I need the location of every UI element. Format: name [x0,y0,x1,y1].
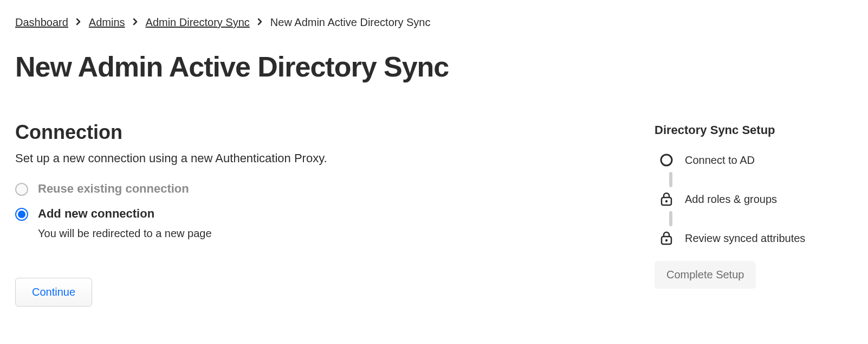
breadcrumb-current: New Admin Active Directory Sync [270,16,431,29]
step-connector [669,211,672,226]
svg-point-0 [661,155,672,165]
main-column: Connection Set up a new connection using… [15,121,622,307]
lock-icon [659,231,674,246]
section-title: Connection [15,121,622,144]
sidebar-title: Directory Sync Setup [655,123,850,137]
step-label: Review synced attributes [685,232,805,245]
radio-option-add-new[interactable]: Add new connection You will be redirecte… [15,207,622,240]
breadcrumb: Dashboard Admins Admin Directory Sync Ne… [15,16,853,29]
step-add-roles-groups: Add roles & groups [659,192,850,207]
sidebar-column: Directory Sync Setup Connect to AD Add r… [655,121,850,289]
section-description: Set up a new connection using a new Auth… [15,151,622,165]
chevron-right-icon [257,18,263,28]
breadcrumb-link-admins[interactable]: Admins [89,16,125,29]
svg-point-2 [665,200,668,202]
page-title: New Admin Active Directory Sync [15,50,853,83]
chevron-right-icon [133,18,138,28]
lock-icon [659,192,674,207]
continue-button[interactable]: Continue [15,278,92,307]
circle-icon [659,152,674,168]
radio-option-reuse[interactable]: Reuse existing connection [15,182,622,196]
radio-label-add-new: Add new connection [38,207,212,221]
radio-label-reuse: Reuse existing connection [38,182,189,196]
svg-point-4 [665,239,668,241]
step-label: Add roles & groups [685,193,777,206]
radio-sublabel-add-new: You will be redirected to a new page [38,227,212,240]
step-review-synced-attributes: Review synced attributes [659,231,850,246]
step-connector [669,172,672,187]
chevron-right-icon [76,18,81,28]
step-label: Connect to AD [685,154,755,167]
radio-button-reuse[interactable] [15,183,28,196]
step-connect-to-ad: Connect to AD [659,152,850,168]
breadcrumb-link-dashboard[interactable]: Dashboard [15,16,68,29]
setup-steps: Connect to AD Add roles & groups [655,152,850,246]
breadcrumb-link-admin-directory-sync[interactable]: Admin Directory Sync [146,16,250,29]
radio-button-add-new[interactable] [15,208,28,221]
complete-setup-button: Complete Setup [655,261,756,289]
